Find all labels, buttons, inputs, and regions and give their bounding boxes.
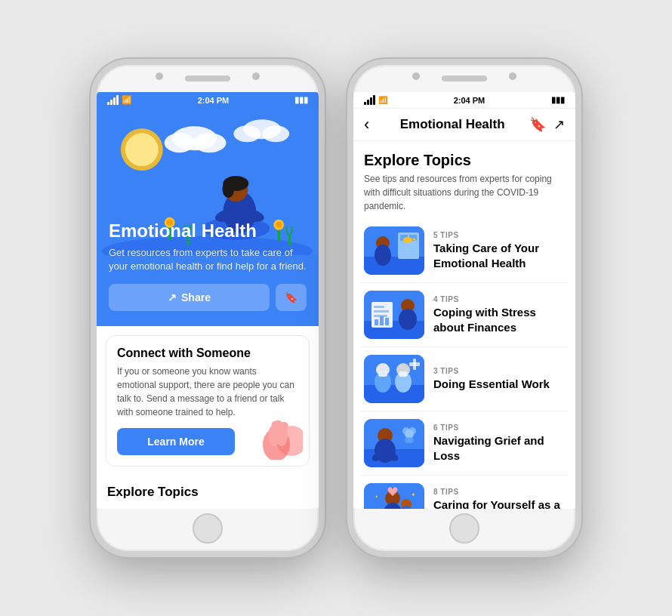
topic-item-4[interactable]: 6 TIPS Navigating Grief and Loss [361, 411, 568, 476]
svg-rect-49 [364, 385, 424, 403]
svg-rect-44 [380, 316, 384, 325]
svg-point-7 [233, 125, 260, 142]
svg-rect-55 [399, 371, 408, 377]
explore-title-phone1: Explore Topics [107, 485, 308, 500]
status-time-right: 2:04 PM [454, 96, 486, 105]
header-action-icons: 🔖 ↗ [529, 116, 565, 133]
topic-thumb-4 [364, 419, 424, 467]
status-bar-left: 📶 2:04 PM ▮▮▮ [97, 92, 319, 108]
learn-more-button[interactable]: Learn More [117, 428, 235, 455]
explore-header-section: Explore Topics See tips and resources fr… [353, 141, 575, 219]
topic-thumb-3 [364, 355, 424, 403]
topic-item-1[interactable]: 5 TIPS Taking Care of Your Emotional Hea… [361, 219, 568, 283]
wifi-icon-right: 📶 [378, 96, 387, 104]
topic-info-5: 8 TIPS Caring for Yourself as a Parent [433, 488, 565, 509]
svg-point-68 [405, 437, 411, 443]
explore-section-phone1: Explore Topics [97, 476, 319, 504]
connect-card: Connect with Someone If you or someone y… [106, 335, 310, 467]
svg-rect-57 [413, 359, 416, 370]
topic-name-3: Doing Essential Work [433, 377, 550, 392]
svg-rect-41 [374, 310, 389, 313]
bookmark-icon: 🔖 [285, 291, 297, 303]
topic-info-1: 5 TIPS Taking Care of Your Emotional Hea… [433, 231, 565, 270]
status-time-left: 2:04 PM [198, 96, 230, 105]
connect-card-title: Connect with Someone [117, 346, 298, 360]
topic-count-2: 4 TIPS [433, 295, 565, 303]
topic-item-3[interactable]: 3 TIPS Doing Essential Work [361, 347, 568, 411]
svg-point-8 [262, 125, 289, 142]
hero-subtitle: Get resources from experts to take care … [109, 246, 307, 273]
battery-icon-right: ▮▮▮ [551, 95, 565, 105]
svg-text:✦: ✦ [375, 494, 378, 499]
explore-topics-title: Explore Topics [364, 152, 565, 169]
topic-count-5: 8 TIPS [433, 488, 565, 496]
svg-text:✦: ✦ [411, 491, 416, 498]
phone-left: 📶 2:04 PM ▮▮▮ [91, 59, 325, 557]
topic-thumb-5: ✦ ✦ [364, 483, 424, 509]
phone-right-screen: 📶 2:04 PM ▮▮▮ ‹ Emotional Health 🔖 ↗ Exp… [353, 92, 575, 509]
signal-icon-right [364, 95, 375, 105]
topic-name-2: Coping with Stress about Finances [433, 305, 565, 334]
svg-point-2 [125, 133, 159, 166]
svg-rect-43 [375, 319, 378, 325]
topic-item-5[interactable]: ✦ ✦ 8 TIPS Caring for Yourself as a Pare… [361, 476, 568, 509]
svg-point-28 [276, 425, 288, 446]
topic-item-2[interactable]: 4 TIPS Coping with Stress about Finances [361, 283, 568, 347]
app-header: ‹ Emotional Health 🔖 ↗ [353, 109, 575, 141]
bookmark-header-icon[interactable]: 🔖 [529, 116, 546, 133]
share-header-icon[interactable]: ↗ [553, 116, 565, 133]
topic-list: 5 TIPS Taking Care of Your Emotional Hea… [353, 219, 575, 509]
header-title: Emotional Health [375, 117, 529, 132]
hero-title: Emotional Health [109, 220, 307, 242]
topic-count-3: 3 TIPS [433, 367, 550, 375]
svg-point-47 [399, 309, 417, 330]
svg-rect-30 [364, 257, 424, 275]
explore-topics-desc: See tips and resources from experts for … [364, 172, 565, 213]
wifi-icon: 📶 [122, 95, 132, 105]
svg-rect-45 [385, 318, 389, 325]
signal-icon [107, 95, 119, 105]
share-button[interactable]: ↗ Share [109, 284, 270, 311]
topic-info-4: 6 TIPS Navigating Grief and Loss [433, 424, 565, 463]
share-arrow-icon: ↗ [168, 291, 177, 303]
status-bar-right: 📶 2:04 PM ▮▮▮ [353, 92, 575, 109]
connect-illustration [250, 407, 303, 460]
home-button[interactable] [193, 513, 223, 544]
topic-thumb-2 [364, 291, 424, 339]
svg-rect-52 [378, 371, 387, 377]
save-button[interactable]: 🔖 [276, 284, 307, 311]
battery-icon-left: ▮▮▮ [294, 95, 308, 105]
svg-rect-40 [374, 306, 384, 308]
topic-count-4: 6 TIPS [433, 424, 565, 432]
topic-thumb-1 [364, 226, 424, 275]
svg-point-5 [193, 133, 227, 152]
svg-point-4 [165, 133, 195, 152]
svg-point-14 [222, 180, 234, 198]
phone-right: 📶 2:04 PM ▮▮▮ ‹ Emotional Health 🔖 ↗ Exp… [347, 59, 581, 557]
phone-left-screen: 📶 2:04 PM ▮▮▮ [97, 92, 319, 509]
topic-name-1: Taking Care of Your Emotional Health [433, 241, 565, 270]
hero-actions: ↗ Share 🔖 [109, 284, 307, 311]
svg-point-35 [375, 245, 391, 266]
topic-name-4: Navigating Grief and Loss [433, 433, 565, 463]
svg-point-36 [403, 237, 412, 243]
topic-info-3: 3 TIPS Doing Essential Work [433, 367, 550, 392]
back-button-right[interactable]: ‹ [364, 115, 369, 134]
topic-name-5: Caring for Yourself as a Parent [433, 497, 565, 509]
topic-count-1: 5 TIPS [433, 231, 565, 239]
home-button-right[interactable] [449, 513, 479, 544]
svg-point-66 [402, 427, 410, 435]
hero-section: ‹ Emotional Health Get resources from ex… [97, 108, 319, 326]
topic-info-2: 4 TIPS Coping with Stress about Finances [433, 295, 565, 334]
